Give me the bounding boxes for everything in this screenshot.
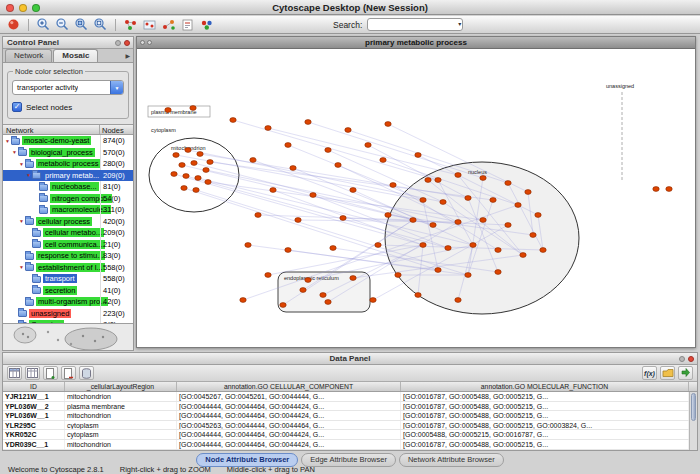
annotations-icon[interactable] (179, 17, 196, 33)
tree-expander-icon[interactable]: ▼ (18, 161, 25, 167)
folder-icon (32, 241, 41, 248)
attribute-table: YJR121W__1mitochondrion[GO:0045267, GO:0… (3, 392, 697, 450)
tree-column-network[interactable]: Network (3, 125, 100, 134)
table-row[interactable]: YJR121W__1mitochondrion[GO:0045267, GO:0… (3, 392, 697, 402)
delete-attribute-icon[interactable] (61, 366, 76, 380)
tree-row[interactable]: transport558(0) (3, 273, 133, 285)
network-canvas[interactable]: plasma membranecytoplasmmitochondrionnuc… (138, 50, 694, 346)
new-attribute-icon[interactable] (43, 366, 58, 380)
tree-row[interactable]: ▼primary metab...209(0) (3, 170, 133, 182)
network-view-frame[interactable]: primary metabolic process plasma membran… (136, 36, 696, 348)
zoom-out-icon[interactable] (54, 17, 71, 33)
tree-node-label[interactable]: response to stimu... (36, 251, 105, 260)
network-graph[interactable]: plasma membranecytoplasmmitochondrionnuc… (138, 50, 694, 346)
import-attributes-icon[interactable] (660, 366, 675, 380)
zoom-fit-icon[interactable] (92, 17, 109, 33)
control-panel-header: Control Panel (3, 37, 133, 49)
tree-row[interactable]: multi-organism pro...42(0) (3, 296, 133, 308)
tree-row[interactable]: secretion41(0) (3, 285, 133, 297)
table-row[interactable]: YLR295Ccytoplasm[GO:0045263, GO:0044444,… (3, 421, 697, 431)
tree-row[interactable]: ▼mosaic-demo-yeast874(0) (3, 135, 133, 147)
tab-network[interactable]: Network (5, 49, 52, 62)
tree-node-label[interactable]: transport (43, 274, 77, 283)
tree-expander-icon[interactable]: ▼ (18, 218, 25, 224)
node-color-selection-group: Node color selection transporter activit… (7, 71, 129, 119)
frame-minimize-icon[interactable] (147, 40, 152, 45)
tree-node-label[interactable]: mosaic-demo-yeast (22, 136, 91, 145)
tree-expander-icon[interactable]: ▼ (18, 264, 25, 270)
formula-builder-icon[interactable]: f(x) (642, 366, 657, 380)
network-view-titlebar[interactable]: primary metabolic process (137, 37, 695, 49)
float-panel-icon[interactable] (679, 356, 685, 362)
folder-icon (39, 195, 48, 202)
tab-overflow-arrow-icon[interactable]: ▶ (122, 52, 133, 62)
column-header[interactable]: annotation.GO CELLULAR_COMPONENT (177, 382, 401, 391)
tree-row[interactable]: macromolecule...311(0) (3, 204, 133, 216)
tree-node-label[interactable]: cellular metabo... (43, 228, 104, 237)
tree-row[interactable]: ▼metabolic process280(0) (3, 158, 133, 170)
cytoscape-logo-icon[interactable] (5, 17, 22, 33)
create-network-icon[interactable] (160, 17, 177, 33)
tree-node-label[interactable]: metabolic process (36, 159, 100, 168)
tree-node-label[interactable]: secretion (43, 286, 77, 295)
column-header[interactable]: ID (3, 382, 65, 391)
table-row[interactable]: YPL036W__2plasma membrane[GO:0044444, GO… (3, 402, 697, 412)
birds-eye-view[interactable] (3, 323, 133, 350)
search-input[interactable]: ▾ (367, 18, 463, 31)
tree-node-count: 41(0) (100, 285, 133, 297)
tree-node-label[interactable]: multi-organism pro... (36, 297, 108, 306)
tree-row[interactable]: ▼biological_process570(0) (3, 147, 133, 159)
table-row[interactable]: YPL036W__1mitochondrion[GO:0044444, GO:0… (3, 411, 697, 421)
tree-expander-icon[interactable]: ▼ (4, 138, 11, 144)
tree-node-label[interactable]: primary metab... (43, 171, 101, 180)
tree-node-label[interactable]: cell communica... (43, 240, 105, 249)
attribute-db-icon[interactable] (79, 366, 94, 380)
tree-row[interactable]: ▼cellular process420(0) (3, 216, 133, 228)
tree-row[interactable]: unassigned223(0) (3, 308, 133, 320)
tree-row[interactable]: nucleobase...81(0) (3, 181, 133, 193)
tree-node-label[interactable]: nucleobase... (50, 182, 99, 191)
select-attributes-icon[interactable] (7, 366, 22, 380)
tree-node-label[interactable]: establishment of l... (36, 263, 105, 272)
select-nodes-checkbox[interactable]: ✓ (12, 102, 22, 112)
float-panel-icon[interactable] (115, 40, 121, 46)
close-panel-icon[interactable] (124, 40, 130, 46)
column-header[interactable]: _cellularLayoutRegion (65, 382, 177, 391)
tree-node-label[interactable]: cellular process (36, 217, 92, 226)
tree-node-label[interactable]: Overview (29, 320, 64, 323)
tree-row[interactable]: cellular metabo...209(0) (3, 227, 133, 239)
table-scrollbar[interactable] (689, 392, 697, 450)
dropdown-arrow-icon[interactable]: ▼ (110, 81, 123, 94)
tree-column-nodes[interactable]: Nodes (100, 125, 133, 134)
tree-row[interactable]: nitrogen compo...54(0) (3, 193, 133, 205)
first-neighbors-icon[interactable] (122, 17, 139, 33)
tree-node-label[interactable]: biological_process (29, 148, 95, 157)
tree-node-label[interactable]: unassigned (29, 309, 71, 318)
tree-row[interactable]: cell communica...21(0) (3, 239, 133, 251)
export-attributes-icon[interactable] (678, 366, 693, 380)
vizmapper-icon[interactable] (198, 17, 215, 33)
frame-buttons (140, 40, 152, 45)
window-title: Cytoscape Desktop (New Session) (0, 2, 700, 13)
tree-expander-icon[interactable]: ▼ (25, 172, 32, 178)
unselect-attributes-icon[interactable] (25, 366, 40, 380)
search-dropdown-icon[interactable]: ▾ (458, 20, 461, 27)
tree-row[interactable]: response to stimu...83(0) (3, 250, 133, 262)
tree-row[interactable]: ▼establishment of l...558(0) (3, 262, 133, 274)
table-cell: YKR052C (3, 430, 65, 439)
zoom-in-icon[interactable] (35, 17, 52, 33)
tree-expander-icon[interactable]: ▼ (11, 149, 18, 155)
scrollbar-thumb[interactable] (691, 393, 696, 421)
table-row[interactable]: YDR039C__1mitochondrion[GO:0044444, GO:0… (3, 440, 697, 450)
frame-close-icon[interactable] (140, 40, 145, 45)
table-row[interactable]: YKR052Ccytoplasm[GO:0044444, GO:0044464,… (3, 430, 697, 440)
network-snapshot-icon[interactable] (141, 17, 158, 33)
tree-row[interactable]: Overview8(0) (3, 319, 133, 323)
close-panel-icon[interactable] (688, 356, 694, 362)
node-color-dropdown[interactable]: transporter activity ▼ (12, 80, 124, 95)
zoom-selected-region-icon[interactable] (73, 17, 90, 33)
column-header[interactable]: annotation.GO MOLECULAR_FUNCTION (401, 382, 689, 391)
tab-mosaic[interactable]: Mosaic (53, 49, 98, 62)
folder-icon (18, 149, 27, 156)
title-bar[interactable]: Cytoscape Desktop (New Session) (0, 0, 700, 15)
